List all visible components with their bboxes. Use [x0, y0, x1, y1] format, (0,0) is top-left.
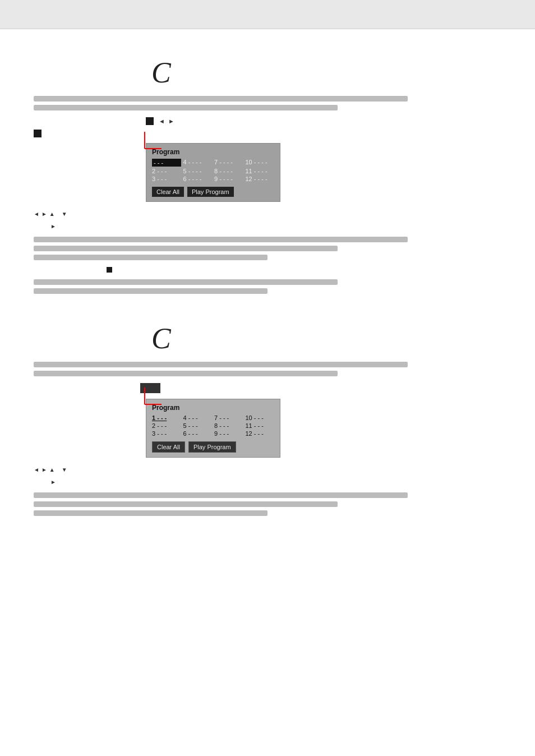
stop-icon — [146, 117, 154, 125]
nav-right-1[interactable]: ► — [41, 211, 47, 217]
section-1: C ◄ ► Program — [34, 50, 501, 294]
text-block-5 — [34, 492, 501, 516]
nav-left-1[interactable]: ◄ — [34, 211, 39, 217]
text-line — [34, 510, 268, 516]
section-2: C Program 1 - - - 4 - - - — [34, 316, 501, 516]
text-line — [34, 255, 268, 260]
text-block-2 — [34, 237, 501, 260]
program-cell-1-9: 9 - - - - — [214, 176, 243, 182]
play-program-button-1[interactable]: Play Program — [187, 187, 234, 197]
nav-icons-1: ◄ ► ▲ ▼ — [34, 211, 501, 217]
text-line — [34, 288, 268, 294]
program-cell-1-7: 7 - - - - — [214, 159, 243, 167]
text-line — [34, 105, 338, 110]
text-line — [34, 96, 408, 102]
program-cell-2-9: 9 - - - — [214, 430, 243, 437]
cursive-c-1: C — [151, 56, 171, 89]
icon-row-1: ◄ ► — [34, 117, 501, 125]
text-block-3 — [34, 279, 501, 294]
text-block-4 — [34, 362, 501, 376]
program-cell-1-5: 5 - - - - — [183, 168, 213, 174]
play-icon-2[interactable]: ► — [50, 479, 56, 485]
nav-right-2[interactable]: ► — [41, 467, 47, 473]
nav-up-1[interactable]: ▲ — [49, 211, 55, 217]
small-square-row — [107, 267, 501, 273]
text-line — [34, 362, 408, 367]
text-line — [34, 492, 408, 498]
program-cell-2-11: 11 - - - — [246, 422, 275, 429]
text-line — [34, 246, 338, 251]
dark-rect-row — [34, 383, 501, 393]
nav-down-2[interactable]: ▼ — [62, 467, 67, 473]
program-buttons-2: Clear All Play Program — [152, 441, 274, 453]
square-icon-left — [34, 130, 41, 137]
program-cell-2-12: 12 - - - — [246, 430, 275, 437]
program-cell-1-1[interactable]: - - - — [152, 159, 181, 167]
play-program-button-2[interactable]: Play Program — [188, 441, 236, 453]
program-cell-2-8: 8 - - - — [214, 422, 243, 429]
program-cell-1-8: 8 - - - - — [214, 168, 243, 174]
right-arrow-icon: ► — [168, 118, 174, 125]
program-cell-1-3: 3 - - - — [152, 176, 181, 182]
clear-all-button-2[interactable]: Clear All — [152, 441, 185, 453]
program-buttons-1: Clear All Play Program — [152, 187, 274, 197]
left-arrow-icon: ◄ — [159, 118, 165, 125]
text-line — [34, 237, 408, 242]
text-block-1 — [34, 96, 501, 110]
play-icon-1[interactable]: ► — [50, 223, 56, 229]
program-cell-1-6: 6 - - - - — [183, 176, 213, 182]
program-cell-1-2: 2 - - - — [152, 168, 181, 174]
program-cell-2-10: 10 - - - — [246, 414, 275, 421]
pointer-lines-2 — [128, 388, 173, 416]
program-cell-2-2: 2 - - - — [152, 422, 181, 429]
page-content: C ◄ ► Program — [0, 29, 535, 534]
program-panel-wrapper-1: Program - - - 4 - - - - 7 - - - - 10 - -… — [146, 143, 336, 202]
program-panel-wrapper-2: Program 1 - - - 4 - - - 7 - - - 10 - - -… — [146, 399, 336, 458]
nav-left-2[interactable]: ◄ — [34, 467, 39, 473]
top-bar — [0, 0, 535, 29]
program-cell-1-11: 11 - - - - — [246, 168, 275, 174]
nav-up-2[interactable]: ▲ — [49, 467, 55, 473]
program-cell-1-12: 12 - - - - — [246, 176, 275, 182]
clear-all-button-1[interactable]: Clear All — [152, 187, 184, 197]
program-cell-2-5: 5 - - - — [183, 422, 213, 429]
small-square-icon — [107, 267, 112, 273]
nav-down-1[interactable]: ▼ — [62, 211, 67, 217]
pointer-lines-1 — [128, 132, 173, 160]
program-cell-2-7: 7 - - - — [214, 414, 243, 421]
icon-row-left — [34, 130, 501, 137]
program-cell-2-6: 6 - - - — [183, 430, 213, 437]
text-line — [34, 501, 338, 507]
program-grid-2: 1 - - - 4 - - - 7 - - - 10 - - - 2 - - -… — [152, 414, 274, 437]
play-row-1: ► — [50, 222, 501, 230]
cursive-c-2: C — [151, 322, 171, 355]
text-line — [34, 279, 338, 285]
play-row-2: ► — [50, 477, 501, 486]
program-cell-1-10: 10 - - - - — [246, 159, 275, 167]
text-line — [34, 371, 338, 376]
program-cell-1-4: 4 - - - - — [183, 159, 213, 167]
nav-icons-2: ◄ ► ▲ ▼ — [34, 467, 501, 473]
program-cell-2-4: 4 - - - — [183, 414, 213, 421]
program-grid-1: - - - 4 - - - - 7 - - - - 10 - - - - 2 -… — [152, 159, 274, 182]
program-cell-2-3: 3 - - - — [152, 430, 181, 437]
